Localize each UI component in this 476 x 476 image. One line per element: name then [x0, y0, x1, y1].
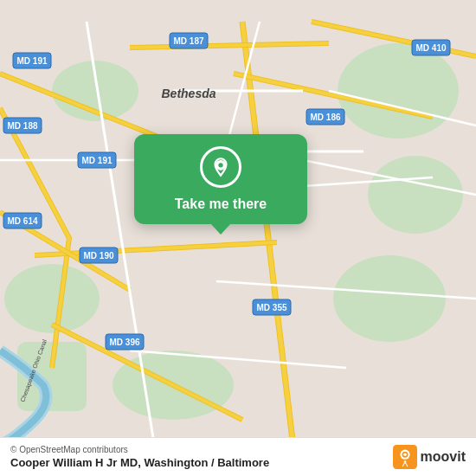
map-background: MD 191 MD 187 MD 410 MD 188 MD 186 MD 19… — [0, 0, 476, 476]
svg-text:MD 191: MD 191 — [16, 56, 47, 66]
svg-text:Bethesda: Bethesda — [161, 87, 215, 100]
svg-text:MD 190: MD 190 — [83, 251, 113, 261]
location-popup: Take me there — [134, 134, 307, 224]
moovit-text: moovit — [421, 449, 466, 465]
pin-marker — [200, 146, 241, 188]
bottom-bar: © OpenStreetMap contributors Cooper Will… — [0, 437, 476, 476]
svg-point-31 — [218, 163, 222, 167]
svg-point-1 — [338, 43, 459, 138]
map-container: MD 191 MD 187 MD 410 MD 188 MD 186 MD 19… — [0, 0, 476, 476]
svg-point-4 — [4, 264, 100, 333]
bottom-info: © OpenStreetMap contributors Cooper Will… — [10, 445, 269, 469]
location-name: Cooper William H Jr MD, Washington / Bal… — [10, 456, 269, 469]
svg-text:MD 191: MD 191 — [81, 156, 112, 165]
svg-text:MD 186: MD 186 — [310, 113, 340, 122]
svg-text:MD 410: MD 410 — [415, 43, 446, 53]
svg-point-3 — [333, 255, 446, 342]
svg-text:MD 614: MD 614 — [7, 216, 37, 226]
moovit-logo: moovit — [393, 445, 466, 469]
svg-text:MD 396: MD 396 — [109, 338, 139, 347]
svg-point-35 — [403, 453, 407, 456]
osm-credit: © OpenStreetMap contributors — [10, 445, 269, 454]
svg-point-2 — [368, 156, 463, 234]
take-me-there-button[interactable]: Take me there — [175, 196, 267, 212]
location-pin-icon — [209, 156, 232, 178]
moovit-icon — [393, 445, 417, 469]
svg-text:MD 355: MD 355 — [256, 303, 286, 312]
svg-text:MD 188: MD 188 — [7, 121, 37, 131]
svg-text:MD 187: MD 187 — [173, 36, 203, 46]
